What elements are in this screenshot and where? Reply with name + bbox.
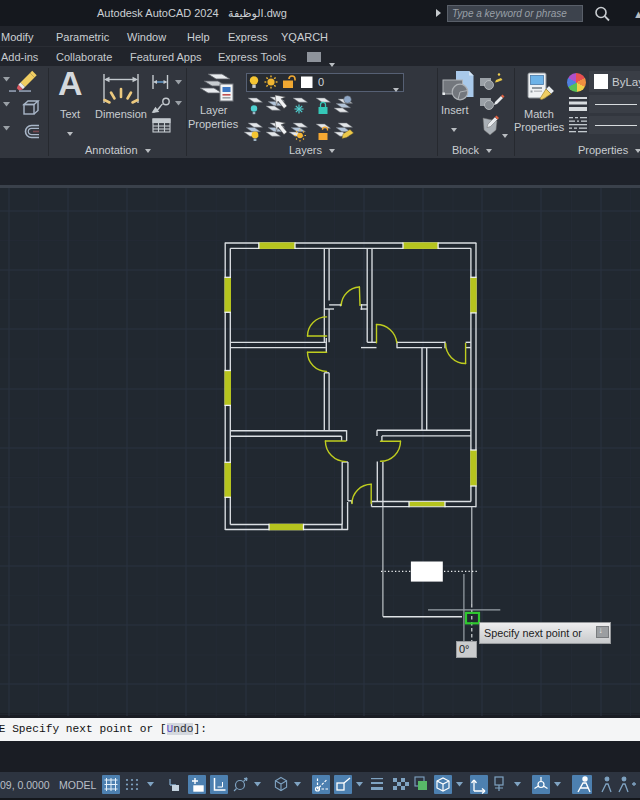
svg-text:0: 0 [318, 76, 324, 88]
